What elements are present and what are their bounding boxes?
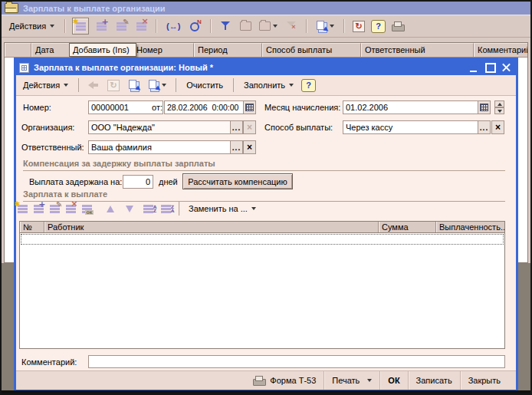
organization-select-button[interactable]: ... bbox=[230, 120, 243, 134]
search-icon bbox=[190, 21, 202, 31]
month-input[interactable] bbox=[343, 100, 478, 114]
window-bottom-edge bbox=[2, 390, 530, 393]
spinner-up-icon[interactable] bbox=[494, 100, 504, 107]
pay-method-input[interactable] bbox=[343, 120, 478, 134]
edit-button[interactable] bbox=[113, 18, 129, 34]
copy-settings-button[interactable] bbox=[126, 77, 141, 93]
edit-icon bbox=[50, 205, 60, 213]
edit-icon bbox=[117, 22, 126, 31]
dialog-title: Зарплата к выплате организации: Новый * bbox=[34, 63, 464, 72]
responsible-select-button[interactable]: ... bbox=[230, 140, 243, 154]
application-window: Зарплаты к выплате организации Действия … bbox=[0, 0, 532, 395]
add-icon bbox=[76, 22, 86, 31]
interval-button[interactable]: (↔) bbox=[163, 18, 183, 34]
refresh-button[interactable] bbox=[351, 18, 366, 34]
folder-icon bbox=[5, 3, 18, 13]
pay-method-clear-button[interactable]: × bbox=[491, 120, 504, 134]
column-header-period[interactable]: Период bbox=[194, 43, 262, 57]
print-button[interactable] bbox=[390, 18, 406, 34]
salary-section-header: Зарплата к выплате bbox=[23, 189, 505, 202]
column-header-responsible[interactable]: Ответственный bbox=[361, 43, 474, 57]
pay-method-select-button[interactable]: ... bbox=[478, 120, 491, 134]
filter-clear-button[interactable] bbox=[284, 18, 299, 34]
salary-dialog: Зарплата к выплате организации: Новый * … bbox=[14, 58, 518, 391]
add-icon bbox=[18, 205, 28, 213]
sort-az-icon bbox=[143, 205, 153, 213]
form-t53-button[interactable]: Форма Т-53 bbox=[245, 371, 323, 390]
empty-row-marquee bbox=[21, 234, 504, 245]
dialog-toolbar: Действия Очистить Заполнить ? bbox=[16, 75, 516, 96]
toolbar-separator bbox=[306, 19, 307, 33]
calc-compensation-button[interactable]: Рассчитать компенсацию bbox=[182, 173, 293, 189]
end-edit-icon bbox=[82, 205, 92, 213]
add-copy-button[interactable] bbox=[94, 18, 109, 34]
toolbar-separator bbox=[233, 78, 234, 92]
toolbar-separator bbox=[176, 78, 176, 92]
ok-button[interactable]: ОК bbox=[379, 371, 407, 390]
column-header-number[interactable]: Номер bbox=[133, 43, 194, 57]
responsible-label: Ответственный: bbox=[21, 143, 84, 152]
app-titlebar: Зарплаты к выплате организации bbox=[2, 2, 530, 15]
toolbar-separator bbox=[179, 202, 179, 216]
date-calendar-button[interactable] bbox=[243, 100, 256, 114]
dialog-actions-menu[interactable]: Действия bbox=[20, 79, 71, 91]
dialog-titlebar[interactable]: Зарплата к выплате организации: Новый * bbox=[16, 60, 516, 75]
search-number-button[interactable] bbox=[188, 18, 203, 34]
salary-table-body[interactable] bbox=[19, 233, 505, 349]
organization-input[interactable] bbox=[88, 120, 231, 134]
maximize-icon[interactable] bbox=[484, 63, 496, 73]
add-copy-icon bbox=[97, 22, 107, 31]
open-folder-button[interactable] bbox=[238, 18, 253, 34]
month-spinner[interactable] bbox=[494, 100, 504, 114]
save-button[interactable]: Записать bbox=[408, 371, 460, 390]
column-header-amount[interactable]: Сумма bbox=[379, 222, 436, 232]
column-header-num[interactable]: № bbox=[20, 222, 44, 232]
reread-button[interactable] bbox=[106, 77, 121, 93]
close-icon[interactable] bbox=[501, 63, 512, 73]
delete-icon bbox=[66, 205, 76, 213]
column-header-blank[interactable] bbox=[5, 43, 31, 57]
output-list-button[interactable] bbox=[314, 18, 337, 34]
row-delete-button[interactable] bbox=[64, 201, 77, 216]
dialog-help-button[interactable]: ? bbox=[301, 79, 316, 92]
spinner-down-icon[interactable] bbox=[494, 107, 504, 114]
copy-settings-menu[interactable] bbox=[146, 77, 169, 93]
row-edit-button[interactable] bbox=[48, 201, 61, 216]
column-header-comment[interactable]: Комментарий bbox=[474, 43, 527, 57]
app-actions-menu[interactable]: Действия bbox=[6, 20, 57, 32]
clear-button[interactable]: Очистить bbox=[183, 79, 226, 91]
row-move-up-button[interactable] bbox=[103, 201, 118, 216]
date-input[interactable] bbox=[164, 100, 244, 114]
previous-document-button[interactable] bbox=[86, 77, 101, 93]
sort-asc-button[interactable] bbox=[141, 201, 155, 216]
organization-clear-button[interactable]: × bbox=[243, 120, 256, 134]
responsible-input[interactable] bbox=[88, 140, 231, 154]
minimize-icon[interactable] bbox=[468, 63, 480, 73]
app-toolbar: Действия (↔) ? bbox=[2, 15, 530, 38]
app-help-button[interactable]: ? bbox=[371, 20, 386, 33]
tooltip: Добавить (Ins) bbox=[69, 43, 136, 57]
filter-sort-button[interactable] bbox=[218, 18, 233, 34]
folder-history-button[interactable] bbox=[258, 18, 279, 34]
toolbar-separator bbox=[156, 19, 156, 33]
row-move-down-button[interactable] bbox=[122, 201, 137, 216]
print-menu[interactable]: Печать bbox=[323, 371, 379, 390]
arrow-up-icon bbox=[107, 206, 114, 212]
fill-menu[interactable]: Заполнить bbox=[241, 79, 297, 91]
column-header-employee[interactable]: Работник bbox=[44, 222, 379, 232]
row-add-copy-button[interactable] bbox=[32, 201, 44, 216]
refresh-icon bbox=[353, 21, 365, 32]
comment-input[interactable] bbox=[88, 355, 505, 368]
column-header-paid[interactable]: Выплаченность... bbox=[436, 222, 504, 232]
close-button[interactable]: Закрыть bbox=[460, 371, 508, 390]
responsible-clear-button[interactable]: × bbox=[243, 140, 256, 154]
month-calendar-button[interactable] bbox=[478, 100, 491, 114]
delay-days-input[interactable] bbox=[123, 175, 153, 189]
row-add-button[interactable] bbox=[16, 201, 28, 216]
add-button[interactable] bbox=[72, 18, 89, 35]
column-header-pay-method[interactable]: Способ выплаты bbox=[262, 43, 361, 57]
delete-button[interactable] bbox=[133, 18, 149, 34]
row-end-edit-button[interactable] bbox=[80, 201, 93, 216]
replace-with-menu[interactable]: Заменить на ... bbox=[186, 202, 259, 215]
sort-desc-button[interactable] bbox=[159, 201, 172, 216]
